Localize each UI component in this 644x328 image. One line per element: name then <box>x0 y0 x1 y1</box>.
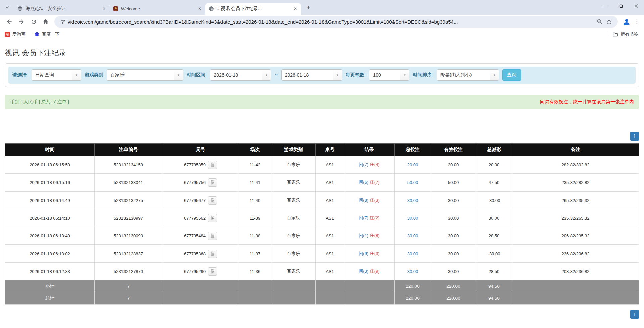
site-settings-button[interactable] <box>58 17 68 26</box>
table-row: 2026-01-18 06:15:50523132134153677795859… <box>5 156 639 174</box>
round-number: 677795756 <box>184 180 206 185</box>
total-row-cell-10 <box>512 292 639 305</box>
sort-dropdown[interactable]: 降幂(由大到小) ▼ <box>437 69 499 81</box>
cell-note: 282.82/302.82 <box>512 156 639 174</box>
home-button[interactable] <box>40 16 51 27</box>
page-1-button[interactable]: 1 <box>630 132 639 141</box>
video-replay-button[interactable] <box>208 232 217 240</box>
chevron-down-icon[interactable]: ▼ <box>72 70 81 80</box>
bookmarks-divider <box>608 31 608 37</box>
video-replay-button[interactable] <box>208 214 217 222</box>
maximize-button[interactable] <box>613 0 629 12</box>
close-icon[interactable]: ✕ <box>292 6 298 12</box>
cell-total-bet: 30.00 <box>395 263 431 280</box>
total-bet-link[interactable]: 20.00 <box>407 162 418 167</box>
profile-button[interactable] <box>621 16 632 27</box>
cell-result: 闲(6) 庄(7) <box>344 174 395 192</box>
close-window-button[interactable] <box>629 0 644 12</box>
url-text[interactable]: videoie.com/game/betrecord_search/kind3?… <box>68 19 595 25</box>
film-icon <box>210 198 215 203</box>
cell-valid-bet: 20.00 <box>431 156 476 174</box>
browser-toolbar: videoie.com/game/betrecord_search/kind3?… <box>0 15 644 29</box>
total-row-cell-0: 总计 <box>5 292 95 305</box>
subtotal-row-cell-2 <box>162 280 239 292</box>
cell-valid-bet: 50.00 <box>431 174 476 192</box>
select-type-label: 请选择: <box>12 72 28 78</box>
page-title: 视讯 会员下注纪录 <box>5 48 639 58</box>
date-start-dropdown[interactable]: 2026-01-18 ▼ <box>210 69 271 81</box>
total-bet-link[interactable]: 50.00 <box>407 180 418 185</box>
new-tab-button[interactable]: + <box>304 3 313 12</box>
video-replay-button[interactable] <box>208 178 217 187</box>
close-icon[interactable]: ✕ <box>197 6 203 12</box>
game-type-dropdown[interactable]: 百家乐 ▼ <box>107 69 183 81</box>
cell-result: 闲(3) 庄(9) <box>344 263 395 280</box>
total-row-cell-5 <box>316 292 344 305</box>
taobao-icon: 淘 <box>5 32 10 37</box>
cell-game-type: 百家乐 <box>271 192 316 209</box>
total-row-cell-7: 220.00 <box>395 292 431 305</box>
game-type-value: 百家乐 <box>107 70 174 80</box>
result-banker: 庄(7) <box>370 180 380 185</box>
sort-label: 时间排序: <box>413 72 433 78</box>
tab-forum[interactable]: 海燕论坛 - 安全验证 ✕ <box>14 3 110 15</box>
tab-welcome[interactable]: Welcome ✕ <box>110 3 205 15</box>
total-bet-link[interactable]: 30.00 <box>407 216 418 221</box>
result-player: 闲(7) <box>359 215 368 220</box>
per-page-label: 每页笔数: <box>346 72 366 78</box>
warning-note-text: 同局有效投注，统一计算在该局第一张注单内 <box>540 99 634 105</box>
video-replay-button[interactable] <box>208 196 217 205</box>
search-button[interactable]: 查询 <box>502 69 521 81</box>
result-banker: 庄(9) <box>370 269 380 274</box>
chevron-down-icon[interactable]: ▼ <box>262 70 271 80</box>
video-replay-button[interactable] <box>208 250 217 258</box>
forward-button[interactable] <box>16 16 27 27</box>
tab-bet-records[interactable]: :::视讯 会员下注纪录::: ✕ <box>205 3 301 15</box>
column-header: 游戏类别 <box>271 144 316 156</box>
total-bet-link[interactable]: 30.00 <box>407 251 418 256</box>
subtotal-row-cell-6 <box>344 280 395 292</box>
tab-search-button[interactable] <box>3 3 12 12</box>
video-replay-button[interactable] <box>208 161 217 169</box>
back-button[interactable] <box>4 16 15 27</box>
cell-session: 11-42 <box>239 156 271 174</box>
chevron-down-icon[interactable]: ▼ <box>333 70 342 80</box>
close-icon <box>634 4 638 8</box>
total-bet-link[interactable]: 30.00 <box>407 198 418 203</box>
total-bet-link[interactable]: 30.00 <box>407 269 418 274</box>
column-header: 有效投注 <box>431 144 476 156</box>
reload-button[interactable] <box>28 16 39 27</box>
tab-title: Welcome <box>121 6 195 11</box>
bookmark-baidu[interactable]: 百度一下 <box>34 31 59 37</box>
total-bet-link[interactable]: 30.00 <box>407 233 418 238</box>
minimize-button[interactable] <box>598 0 613 12</box>
chevron-down-icon[interactable]: ▼ <box>490 70 499 80</box>
round-number: 677795290 <box>184 269 206 274</box>
browser-menu-button[interactable]: ⋮ <box>633 16 641 27</box>
video-replay-button[interactable] <box>208 267 217 276</box>
cell-round-id: 677795562 <box>162 209 239 227</box>
per-page-dropdown[interactable]: 100 ▼ <box>369 69 409 81</box>
chevron-down-icon[interactable]: ▼ <box>400 70 409 80</box>
bookmark-aitaobao[interactable]: 淘 爱淘宝 <box>5 31 26 37</box>
cell-bet-id: 523132130093 <box>95 227 162 245</box>
cell-note: 208.32/236.82 <box>512 263 639 280</box>
page-1-button[interactable]: 1 <box>630 310 639 319</box>
forward-icon <box>18 18 25 25</box>
table-row: 2026-01-18 06:14:49523132132275677795677… <box>5 192 639 209</box>
date-start-value: 2026-01-18 <box>210 70 262 80</box>
total-row-cell-3 <box>239 292 271 305</box>
query-type-dropdown[interactable]: 日期查询 ▼ <box>32 69 81 81</box>
bookmark-star-button[interactable] <box>604 17 614 26</box>
all-bookmarks-button[interactable]: 所有书签 <box>613 31 638 37</box>
film-icon <box>210 251 215 256</box>
result-banker: 庄(3) <box>370 251 380 256</box>
url-bar[interactable]: videoie.com/game/betrecord_search/kind3?… <box>54 16 618 28</box>
cell-note: 265.32/235.32 <box>512 192 639 209</box>
cell-session: 11-39 <box>239 209 271 227</box>
cell-game-type: 百家乐 <box>271 263 316 280</box>
date-end-dropdown[interactable]: 2026-01-18 ▼ <box>281 69 342 81</box>
close-icon[interactable]: ✕ <box>101 6 107 12</box>
chevron-down-icon[interactable]: ▼ <box>174 70 183 80</box>
zoom-indicator-button[interactable] <box>595 17 604 26</box>
